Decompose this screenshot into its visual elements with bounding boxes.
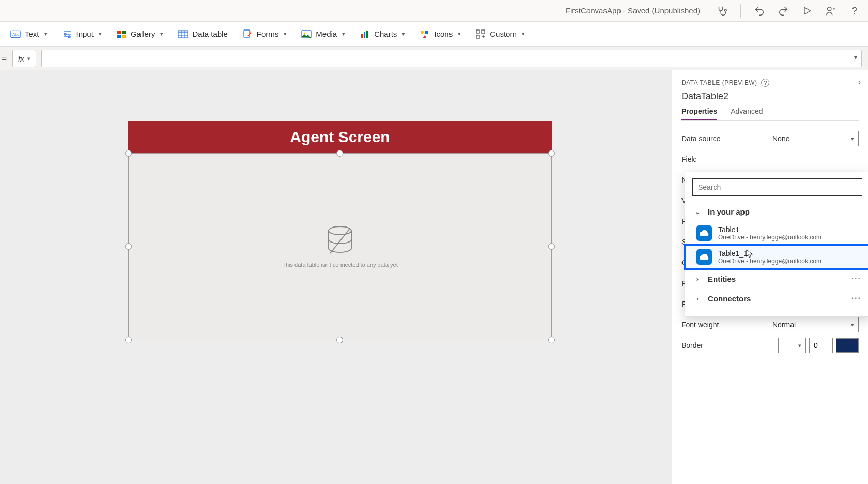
fx-dropdown[interactable]: fx ▾ <box>12 50 36 67</box>
ribbon-datatable-label: Data table <box>192 29 227 38</box>
svg-point-1 <box>828 7 831 10</box>
chevron-down-icon: ▾ <box>458 31 461 37</box>
redo-icon[interactable] <box>776 4 791 18</box>
resize-handle[interactable] <box>548 150 555 157</box>
tab-advanced[interactable]: Advanced <box>731 107 763 120</box>
icons-icon <box>420 29 430 39</box>
ribbon-charts[interactable]: Charts▾ <box>360 29 405 39</box>
ds-name: Table1 <box>718 225 822 234</box>
chevron-right-icon[interactable]: › <box>858 78 861 87</box>
ribbon-custom[interactable]: Custom▾ <box>475 29 525 39</box>
chevron-down-icon: ▾ <box>402 31 405 37</box>
formula-bar: = fx ▾ ▾ <box>0 47 868 70</box>
svg-rect-29 <box>482 30 485 33</box>
svg-line-32 <box>330 229 350 253</box>
more-icon[interactable]: ··· <box>851 294 861 303</box>
data-source-flyout: ⌄ In your app Table1 OneDrive - henry.le… <box>685 172 868 317</box>
svg-rect-20 <box>244 30 250 37</box>
svg-rect-24 <box>364 32 365 38</box>
ribbon-forms[interactable]: Forms▾ <box>242 29 287 39</box>
insert-ribbon: Abc Text▾ Input▾ Gallery▾ Data table For… <box>0 22 868 47</box>
stethoscope-icon[interactable] <box>715 4 729 18</box>
data-table-control[interactable]: This data table isn't connected to any d… <box>128 153 552 340</box>
forms-icon <box>242 29 253 39</box>
font-weight-dropdown[interactable]: Normal ▾ <box>768 317 859 332</box>
empty-message: This data table isn't connected to any d… <box>282 262 397 268</box>
chevron-down-icon: ▾ <box>160 31 163 37</box>
svg-rect-12 <box>117 35 121 38</box>
control-name: DataTable2 <box>681 91 859 102</box>
resize-handle[interactable] <box>125 243 132 250</box>
chevron-down-icon: ▾ <box>522 31 525 37</box>
svg-point-22 <box>304 32 305 34</box>
ribbon-icons[interactable]: Icons▾ <box>420 29 461 39</box>
ribbon-input-label: Input <box>76 29 94 38</box>
ribbon-icons-label: Icons <box>434 29 453 38</box>
equals-label: = <box>0 53 7 64</box>
charts-icon <box>360 29 370 39</box>
ds-sub: OneDrive - henry.legge@outlook.com <box>718 234 822 241</box>
fx-label: fx <box>18 54 24 63</box>
chevron-down-icon: ▾ <box>27 55 30 62</box>
canvas-area[interactable]: Agent Screen This dat <box>8 70 672 484</box>
ribbon-input[interactable]: Input▾ <box>62 29 102 39</box>
chevron-down-icon: ▾ <box>342 31 345 37</box>
left-gutter <box>0 70 8 484</box>
chevron-down-icon: ▾ <box>44 31 48 37</box>
chevron-right-icon: › <box>693 295 702 303</box>
title-bar: FirstCanvasApp - Saved (Unpublished) <box>0 0 868 22</box>
group-entities[interactable]: › Entities ··· <box>685 269 868 289</box>
screen-header: Agent Screen <box>128 121 552 153</box>
svg-rect-30 <box>476 35 479 38</box>
chevron-down-icon: ▾ <box>851 322 854 328</box>
onedrive-icon <box>696 249 712 265</box>
resize-handle[interactable] <box>548 243 555 250</box>
resize-handle[interactable] <box>548 337 555 343</box>
undo-icon[interactable] <box>752 4 767 18</box>
data-source-item[interactable]: Table1_1 OneDrive - henry.legge@outlook.… <box>685 245 868 269</box>
resize-handle[interactable] <box>125 150 132 157</box>
data-source-item[interactable]: Table1 OneDrive - henry.legge@outlook.co… <box>685 221 868 245</box>
svg-rect-11 <box>122 31 126 34</box>
ds-sub: OneDrive - henry.legge@outlook.com <box>718 258 822 265</box>
svg-rect-10 <box>117 31 121 34</box>
resize-handle[interactable] <box>125 337 132 343</box>
svg-rect-27 <box>425 31 428 34</box>
input-icon <box>62 29 72 39</box>
chevron-down-icon[interactable]: ▾ <box>854 54 857 61</box>
svg-rect-28 <box>476 30 479 33</box>
chevron-down-icon: ▾ <box>798 342 801 349</box>
resize-handle[interactable] <box>336 337 343 343</box>
group-in-your-app[interactable]: ⌄ In your app <box>685 202 868 221</box>
resize-handle[interactable] <box>336 150 343 157</box>
border-width-input[interactable] <box>809 338 833 353</box>
text-icon: Abc <box>10 29 21 39</box>
border-style-dropdown[interactable]: —▾ <box>778 338 806 353</box>
chevron-down-icon: ▾ <box>851 135 854 142</box>
ribbon-gallery-label: Gallery <box>131 29 156 38</box>
search-input[interactable] <box>692 178 862 196</box>
ribbon-gallery[interactable]: Gallery▾ <box>116 29 164 39</box>
ribbon-datatable[interactable]: Data table <box>178 29 227 39</box>
border-color-swatch[interactable] <box>836 338 859 353</box>
app-title: FirstCanvasApp - Saved (Unpublished) <box>566 6 700 15</box>
play-icon[interactable] <box>800 4 814 18</box>
formula-input[interactable]: ▾ <box>41 50 862 67</box>
svg-text:Abc: Abc <box>12 32 19 36</box>
share-icon[interactable] <box>824 4 838 18</box>
group-label: Entities <box>708 275 736 283</box>
font-weight-value: Normal <box>772 321 796 329</box>
custom-icon <box>475 29 486 39</box>
svg-point-2 <box>854 13 855 14</box>
group-connectors[interactable]: › Connectors ··· <box>685 289 868 308</box>
ribbon-media[interactable]: Media▾ <box>301 29 345 39</box>
help-icon[interactable]: ? <box>761 79 769 87</box>
data-source-dropdown[interactable]: None ▾ <box>768 131 859 146</box>
more-icon[interactable]: ··· <box>851 274 861 283</box>
help-icon[interactable] <box>847 4 862 18</box>
tab-properties[interactable]: Properties <box>681 107 717 120</box>
chevron-right-icon: › <box>693 275 702 283</box>
ribbon-text[interactable]: Abc Text▾ <box>10 29 48 39</box>
chevron-down-icon: ⌄ <box>693 208 702 216</box>
datatable-icon <box>178 29 188 39</box>
